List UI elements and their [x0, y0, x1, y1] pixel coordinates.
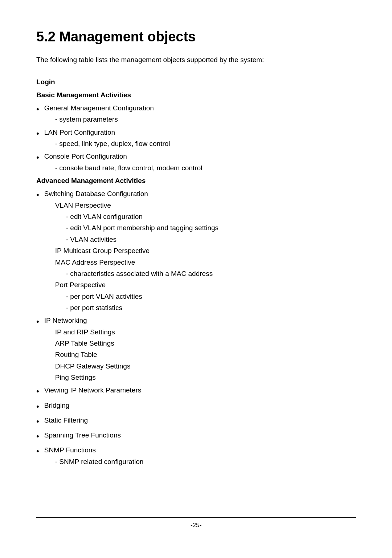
bullet-icon: •	[36, 400, 39, 413]
list-item: • Bridging	[36, 400, 356, 413]
advanced-list: • Switching Database Configuration VLAN …	[36, 188, 356, 467]
sub-indent-2: - edit VLAN configuration	[55, 211, 356, 222]
bullet-icon: •	[36, 103, 39, 116]
bullet-icon: •	[36, 445, 39, 458]
item-text: IP Networking	[44, 317, 87, 324]
li-content: LAN Port Configuration - speed, link typ…	[44, 127, 356, 150]
item-text: Bridging	[44, 402, 70, 409]
li-content: Spanning Tree Functions	[44, 429, 356, 441]
section-title: 5.2 Management objects	[36, 29, 356, 45]
intro-text: The following table lists the management…	[36, 55, 356, 65]
item-text: Static Filtering	[44, 416, 88, 424]
page-footer: -25-	[36, 517, 356, 536]
sub-item: ARP Table Settings	[55, 338, 356, 349]
advanced-heading: Advanced Management Activities	[36, 175, 356, 187]
li-content: Static Filtering	[44, 415, 356, 426]
sub-indent-2: - characteristics associated with a MAC …	[55, 268, 356, 279]
sub-indent: - console baud rate, flow control, modem…	[44, 162, 356, 174]
sub-indent-2: - VLAN activities	[55, 234, 356, 245]
bullet-icon: •	[36, 151, 39, 164]
perspective-label: Port Perspective	[55, 279, 356, 290]
perspective-label: MAC Address Perspective	[55, 257, 356, 268]
bullet-icon: •	[36, 127, 39, 140]
sub-item: IP and RIP Settings	[55, 326, 356, 338]
page-number: -25-	[191, 522, 201, 529]
sub-indent: - speed, link type, duplex, flow control	[44, 138, 356, 149]
item-text: LAN Port Configuration	[44, 129, 115, 136]
li-content: Viewing IP Network Parameters	[44, 384, 356, 396]
li-content: Bridging	[44, 400, 356, 411]
list-item: • IP Networking IP and RIP Settings ARP …	[36, 315, 356, 383]
bullet-icon: •	[36, 415, 39, 428]
list-item: • LAN Port Configuration - speed, link t…	[36, 127, 356, 150]
sub-indent-2: - per port VLAN activities	[55, 291, 356, 302]
list-item: • SNMP Functions - SNMP related configur…	[36, 444, 356, 467]
list-item: • Spanning Tree Functions	[36, 429, 356, 443]
list-item: • Static Filtering	[36, 415, 356, 428]
sub-item: Ping Settings	[55, 372, 356, 383]
login-label: Login	[36, 76, 356, 88]
list-item: • General Management Configuration - sys…	[36, 102, 356, 125]
sub-item: Routing Table	[55, 349, 356, 360]
item-text: Spanning Tree Functions	[44, 431, 121, 439]
page-container: 5.2 Management objects The following tab…	[0, 0, 392, 558]
basic-heading: Basic Management Activities	[36, 89, 356, 101]
li-content: Switching Database Configuration VLAN Pe…	[44, 188, 356, 313]
list-item: • Viewing IP Network Parameters	[36, 384, 356, 398]
item-text: General Management Configuration	[44, 104, 154, 112]
bullet-icon: •	[36, 430, 39, 443]
sub-indent-2: - per port statistics	[55, 302, 356, 313]
item-text: Viewing IP Network Parameters	[44, 386, 142, 394]
list-item: • Switching Database Configuration VLAN …	[36, 188, 356, 313]
bullet-icon: •	[36, 385, 39, 398]
sub-item: DHCP Gateway Settings	[55, 361, 356, 372]
sub-indent: VLAN Perspective - edit VLAN configurati…	[44, 200, 356, 313]
content-body: Login Basic Management Activities • Gene…	[36, 76, 356, 469]
basic-list: • General Management Configuration - sys…	[36, 102, 356, 174]
li-content: Console Port Configuration - console bau…	[44, 151, 356, 174]
li-content: IP Networking IP and RIP Settings ARP Ta…	[44, 315, 356, 383]
bullet-icon: •	[36, 315, 39, 328]
perspective-label: IP Multicast Group Perspective	[55, 245, 356, 256]
item-text: SNMP Functions	[44, 446, 96, 454]
sub-indent: - system parameters	[44, 114, 356, 125]
li-content: General Management Configuration - syste…	[44, 102, 356, 125]
li-content: SNMP Functions - SNMP related configurat…	[44, 444, 356, 467]
item-text: Console Port Configuration	[44, 152, 127, 160]
bullet-icon: •	[36, 188, 39, 201]
list-item: • Console Port Configuration - console b…	[36, 151, 356, 174]
sub-indent: IP and RIP Settings ARP Table Settings R…	[44, 326, 356, 383]
sub-indent-2: - edit VLAN port membership and tagging …	[55, 222, 356, 233]
item-text: Switching Database Configuration	[44, 190, 148, 197]
perspective-label: VLAN Perspective	[55, 200, 356, 211]
sub-indent: - SNMP related configuration	[44, 456, 356, 467]
